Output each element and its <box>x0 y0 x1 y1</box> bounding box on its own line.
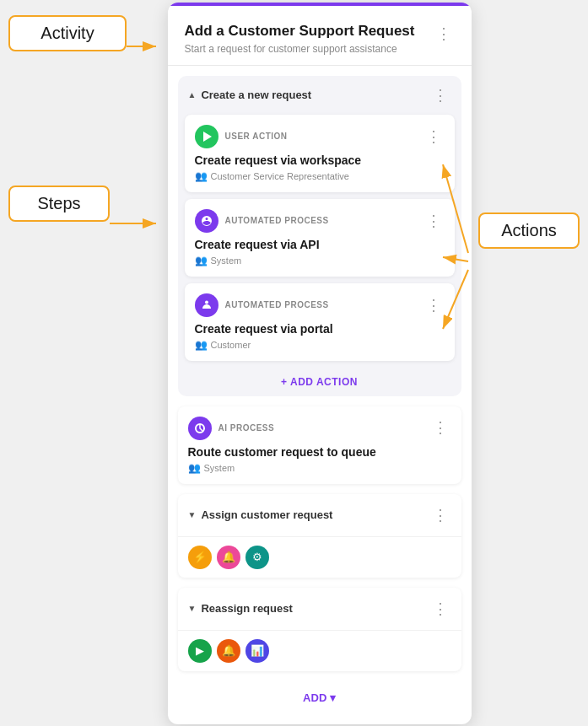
assign-icon-1: 🔔 <box>217 546 240 569</box>
chevron-down-icon-reassign: ▼ <box>188 604 197 613</box>
action-name-0: Create request via workspace <box>195 153 445 167</box>
step-group-title: ▲ Create a new request <box>188 89 312 101</box>
actor-group-icon-2: 👥 <box>195 339 208 351</box>
action-card-menu-1[interactable]: ⋮ <box>423 210 445 232</box>
standalone-step-content: AI PROCESS Route customer request to que… <box>188 417 429 474</box>
main-panel: Add a Customer Support Request Start a r… <box>168 3 472 724</box>
action-actor-0: 👥 Customer Service Representative <box>195 170 445 182</box>
panel-title: Add a Customer Support Request <box>185 23 433 40</box>
activity-callout: Activity <box>8 15 127 51</box>
activity-label: Activity <box>40 24 94 42</box>
step-group-create: ▲ Create a new request ⋮ USER ACTION ⋮ C <box>178 76 461 396</box>
add-bottom-label: ADD ▾ <box>303 691 336 704</box>
step-group-header: ▲ Create a new request ⋮ <box>178 76 461 115</box>
assign-group-title: ▼ Assign customer request <box>188 508 333 521</box>
ai-step-name: Route customer request to queue <box>188 445 429 459</box>
assign-icon-0: ⚡ <box>188 546 212 569</box>
reassign-icon-0: ▶ <box>188 639 212 663</box>
add-action-label: + ADD ACTION <box>281 376 358 388</box>
action-type-left-2: AUTOMATED PROCESS <box>195 293 329 317</box>
user-action-icon-0 <box>195 125 218 148</box>
action-type-row-0: USER ACTION ⋮ <box>195 125 445 148</box>
action-type-row-2: AUTOMATED PROCESS ⋮ <box>195 293 445 317</box>
ai-type-row: AI PROCESS <box>188 417 429 440</box>
action-card-1: AUTOMATED PROCESS ⋮ Create request via A… <box>185 199 455 277</box>
action-card-2: AUTOMATED PROCESS ⋮ Create request via p… <box>185 283 455 361</box>
standalone-step-ai: AI PROCESS Route customer request to que… <box>178 406 461 484</box>
ai-actor-icon: 👥 <box>188 462 201 474</box>
automated-action-icon-2 <box>195 293 218 317</box>
ai-process-icon <box>188 417 212 440</box>
action-card-menu-0[interactable]: ⋮ <box>423 126 445 148</box>
panel-body: ▲ Create a new request ⋮ USER ACTION ⋮ C <box>168 66 472 724</box>
collapsible-group-assign: ▼ Assign customer request ⋮ ⚡ 🔔 ⚙ <box>178 494 461 578</box>
svg-point-7 <box>205 300 208 304</box>
action-name-1: Create request via API <box>195 238 445 251</box>
collapsible-group-reassign: ▼ Reassign request ⋮ ▶ 🔔 📊 <box>178 588 461 671</box>
action-actor-2: 👥 Customer <box>195 339 445 351</box>
action-type-label-1: AUTOMATED PROCESS <box>225 216 329 225</box>
action-card-menu-2[interactable]: ⋮ <box>423 294 445 316</box>
ai-step-menu-button[interactable]: ⋮ <box>429 417 451 438</box>
action-card-0: USER ACTION ⋮ Create request via workspa… <box>185 115 455 192</box>
ai-type-label: AI PROCESS <box>218 423 275 433</box>
ai-type-left: AI PROCESS <box>188 417 275 440</box>
reassign-group-header: ▼ Reassign request ⋮ <box>178 588 461 631</box>
chevron-down-icon-assign: ▼ <box>188 510 197 519</box>
assign-icon-2: ⚙ <box>245 546 269 569</box>
action-type-row-1: AUTOMATED PROCESS ⋮ <box>195 209 445 233</box>
actor-name-0: Customer Service Representative <box>211 171 349 181</box>
ai-actor-name: System <box>204 463 235 473</box>
panel-subtitle: Start a request for customer support ass… <box>185 43 433 55</box>
action-type-label-2: AUTOMATED PROCESS <box>225 300 329 309</box>
actor-group-icon-0: 👥 <box>195 170 208 182</box>
actor-name-2: Customer <box>211 340 251 350</box>
actor-name-1: System <box>211 255 242 266</box>
add-bottom-button[interactable]: ADD ▾ <box>178 681 461 714</box>
actor-group-icon-1: 👥 <box>195 255 208 266</box>
reassign-group-icons: ▶ 🔔 📊 <box>178 631 461 671</box>
reassign-group-title: ▼ Reassign request <box>188 602 293 615</box>
reassign-group-menu-button[interactable]: ⋮ <box>429 598 451 620</box>
chevron-up-icon: ▲ <box>188 90 197 99</box>
reassign-group-title-text: Reassign request <box>201 602 292 615</box>
reassign-icon-2: 📊 <box>245 639 269 663</box>
assign-group-header: ▼ Assign customer request ⋮ <box>178 494 461 537</box>
actions-label: Actions <box>501 221 557 239</box>
panel-header: Add a Customer Support Request Start a r… <box>168 6 472 66</box>
step-group-menu-button[interactable]: ⋮ <box>429 84 451 106</box>
actions-callout: Actions <box>478 212 580 249</box>
reassign-icon-1: 🔔 <box>217 639 240 663</box>
steps-label: Steps <box>37 194 80 212</box>
assign-group-menu-button[interactable]: ⋮ <box>429 504 451 526</box>
steps-callout: Steps <box>8 186 110 222</box>
step-group-title-text: Create a new request <box>201 89 311 101</box>
ai-step-actor: 👥 System <box>188 462 429 474</box>
add-action-button[interactable]: + ADD ACTION <box>178 368 461 396</box>
panel-header-content: Add a Customer Support Request Start a r… <box>185 23 433 55</box>
action-name-2: Create request via portal <box>195 322 445 336</box>
automated-action-icon-1 <box>195 209 218 233</box>
action-type-left-0: USER ACTION <box>195 125 288 148</box>
svg-marker-6 <box>203 132 212 142</box>
action-actor-1: 👥 System <box>195 255 445 266</box>
header-menu-button[interactable]: ⋮ <box>433 23 455 45</box>
action-type-left-1: AUTOMATED PROCESS <box>195 209 329 233</box>
assign-group-icons: ⚡ 🔔 ⚙ <box>178 537 461 578</box>
action-type-label-0: USER ACTION <box>225 132 288 141</box>
assign-group-title-text: Assign customer request <box>201 508 332 521</box>
